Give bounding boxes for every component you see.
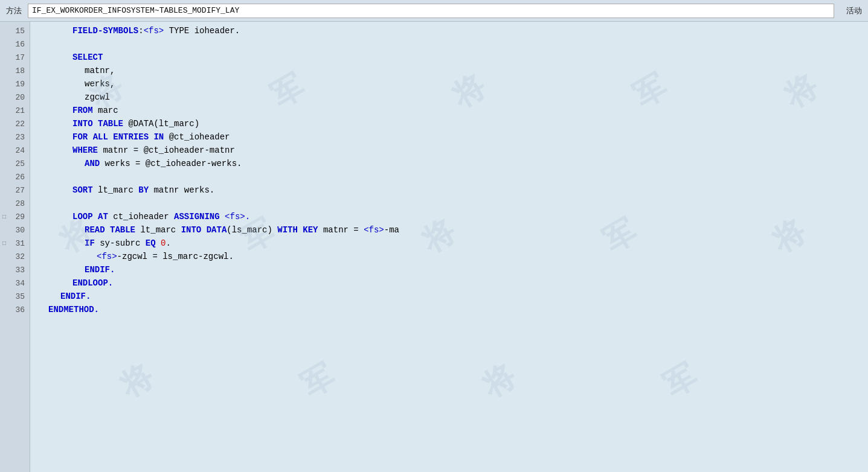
line-number: 22 [0,117,30,130]
code-line: WHERE matnr = @ct_ioheader-matnr [36,144,868,157]
code-line: SELECT [36,51,868,64]
code-line: IF sy-subrc EQ 0. [36,237,868,250]
line-number: 33 [0,263,30,276]
line-number: 16 [0,37,30,51]
code-content[interactable]: FIELD-SYMBOLS:<fs> TYPE ioheader.SELECTm… [30,22,868,472]
line-number: 32 [0,250,30,263]
line-numbers: 1516171819202122232425262728□2930□313233… [0,22,30,472]
code-line: <fs>-zgcwl = ls_marc-zgcwl. [36,250,868,263]
line-number: 17 [0,51,30,64]
line-number: 28 [0,197,30,210]
line-number: 24 [0,144,30,157]
line-number: 36 [0,303,30,316]
line-number: 25 [0,157,30,170]
code-line: AND werks = @ct_ioheader-werks. [36,157,868,170]
code-line: ENDMETHOD. [36,303,868,316]
line-number: □31 [0,237,30,250]
activity-label: 活动 [846,5,862,16]
line-number: 15 [0,24,30,37]
line-number: 27 [0,183,30,197]
line-number: 35 [0,290,30,303]
code-line: zgcwl [36,91,868,104]
line-number: 23 [0,130,30,144]
line-number: 26 [0,170,30,183]
code-line: READ TABLE lt_marc INTO DATA(ls_marc) WI… [36,223,868,237]
line-number: 21 [0,104,30,117]
code-line: ENDIF. [36,263,868,276]
code-line: ENDIF. [36,290,868,303]
code-line: INTO TABLE @DATA(lt_marc) [36,117,868,130]
code-line: FOR ALL ENTRIES IN @ct_ioheader [36,130,868,144]
code-line [36,170,868,183]
code-line: FROM marc [36,104,868,117]
method-input[interactable] [28,4,834,18]
line-number: 19 [0,77,30,91]
code-line: ENDLOOP. [36,276,868,290]
line-number: 18 [0,64,30,77]
code-line: FIELD-SYMBOLS:<fs> TYPE ioheader. [36,24,868,37]
line-number: □29 [0,210,30,223]
code-area: 1516171819202122232425262728□2930□313233… [0,22,868,472]
code-line: werks, [36,77,868,91]
code-line: SORT lt_marc BY matnr werks. [36,183,868,197]
line-number: 20 [0,91,30,104]
method-label: 方法 [6,5,22,16]
line-number: 34 [0,276,30,290]
code-line: matnr, [36,64,868,77]
top-bar: 方法 活动 [0,0,868,22]
line-number: 30 [0,223,30,237]
code-line: LOOP AT ct_ioheader ASSIGNING <fs>. [36,210,868,223]
code-line [36,37,868,51]
code-line [36,197,868,210]
